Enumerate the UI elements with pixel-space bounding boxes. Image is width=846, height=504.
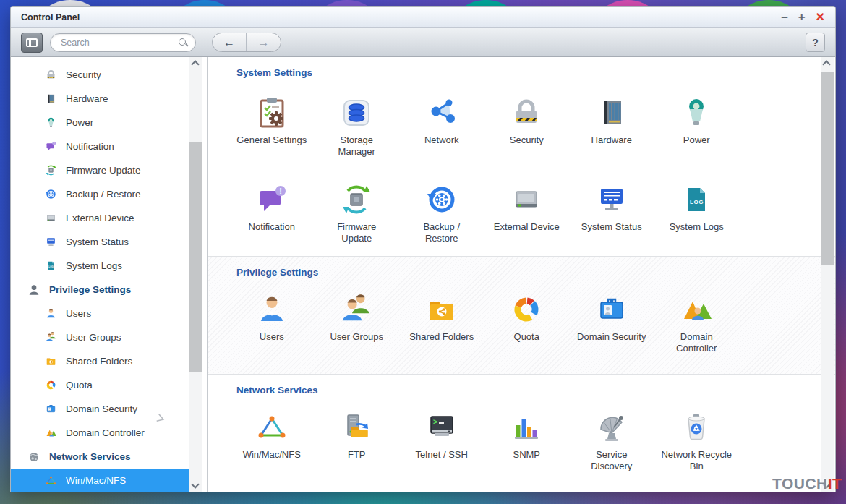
quota-donut-icon [509,292,544,327]
ftp-icon [339,410,374,445]
tile-service-discovery[interactable]: Service Discovery [569,410,654,472]
globe-icon [27,450,40,464]
sidebar: Security Hardware Power Notification Fir… [11,57,208,492]
badge-icon [594,292,629,327]
sidebar-item-backup-restore[interactable]: Backup / Restore [11,182,207,206]
main-content: System Settings General Settings Storage… [208,57,835,492]
search-input[interactable] [61,38,178,48]
search-box[interactable] [50,33,196,52]
panel-layout-icon [26,38,38,47]
recycle-bin-icon [679,410,714,445]
sidebar-item-notification[interactable]: Notification [11,134,207,158]
scroll-up-icon[interactable] [822,60,830,68]
shared-folder-icon [45,355,57,367]
tile-notification[interactable]: Notification [229,182,315,244]
lock-icon [509,95,544,130]
tile-users[interactable]: Users [229,292,315,354]
system-logs-icon [679,182,714,217]
history-nav: ← → [212,33,281,52]
section-network-services: Network Services Win/Mac/NFS FTP Telnet … [208,374,835,492]
tile-user-groups[interactable]: User Groups [315,292,400,354]
main-scrollbar-thumb[interactable] [821,72,834,265]
tile-network[interactable]: Network [399,95,484,158]
hardware-icon [594,95,629,130]
sidebar-section-network-services[interactable]: Network Services [11,445,207,469]
mouse-cursor [155,413,167,424]
win-mac-nfs-icon [255,410,289,445]
person-icon [27,283,40,296]
sidebar-toggle-button[interactable] [21,33,43,53]
system-logs-icon [45,260,57,272]
sidebar-item-system-status[interactable]: System Status [11,230,207,254]
user-icon [45,307,57,320]
shared-folder-icon [424,292,459,327]
tile-domain-security[interactable]: Domain Security [569,292,654,354]
sidebar-scrollbar-thumb[interactable] [189,142,202,372]
tile-general-settings[interactable]: General Settings [229,95,315,158]
sidebar-item-user-groups[interactable]: User Groups [11,325,207,349]
tile-network-recycle-bin[interactable]: Network Recycle Bin [654,410,740,472]
sidebar-item-external-device[interactable]: External Device [11,206,207,230]
quota-donut-icon [45,379,57,391]
main-scrollbar[interactable] [821,57,834,492]
scroll-down-icon[interactable] [191,480,199,488]
close-button[interactable]: ✕ [816,12,825,23]
sidebar-item-power[interactable]: Power [11,111,207,134]
tile-domain-controller[interactable]: Domain Controller [654,292,740,354]
tile-external-device[interactable]: External Device [484,182,570,244]
section-privilege-settings: Privilege Settings Users User Groups Sha… [208,256,835,374]
tile-system-logs[interactable]: System Logs [654,182,740,244]
sidebar-item-system-logs[interactable]: System Logs [11,254,207,278]
scroll-up-icon[interactable] [191,60,199,68]
domain-controller-icon [679,292,714,327]
tile-firmware-update[interactable]: Firmware Update [315,182,400,244]
hardware-icon [45,93,57,105]
back-button[interactable]: ← [213,33,247,51]
sidebar-item-quota[interactable]: Quota [11,373,207,397]
sidebar-list: Security Hardware Power Notification Fir… [11,57,207,492]
external-device-icon [509,182,544,217]
section-title: Privilege Settings [236,267,806,278]
system-status-icon [594,182,629,217]
tile-snmp[interactable]: SNMP [484,410,570,472]
sidebar-item-domain-security[interactable]: Domain Security [11,397,207,421]
sidebar-item-firmware-update[interactable]: Firmware Update [11,158,207,182]
tile-win-mac-nfs[interactable]: Win/Mac/NFS [229,410,315,472]
titlebar[interactable]: Control Panel – + ✕ [11,7,835,28]
storage-manager-icon [339,95,374,130]
maximize-button[interactable]: + [798,11,806,23]
minimize-button[interactable]: – [781,11,787,23]
terminal-icon [424,410,459,445]
section-system-settings: System Settings General Settings Storage… [208,57,835,256]
backup-restore-icon [424,182,459,217]
tile-backup-restore[interactable]: Backup / Restore [399,182,484,244]
tile-shared-folders[interactable]: Shared Folders [399,292,484,354]
tile-system-status[interactable]: System Status [569,182,654,244]
help-button[interactable]: ? [806,33,825,52]
sidebar-item-shared-folders[interactable]: Shared Folders [11,349,207,373]
system-status-icon [45,236,57,248]
forward-button[interactable]: → [247,33,281,51]
win-mac-nfs-icon [45,474,57,487]
sidebar-section-privilege-settings[interactable]: Privilege Settings [11,278,207,302]
tile-hardware[interactable]: Hardware [569,95,654,158]
user-groups-icon [45,331,57,343]
sidebar-item-users[interactable]: Users [11,302,207,325]
window-title: Control Panel [21,12,80,22]
tile-ftp[interactable]: FTP [315,410,400,472]
sidebar-item-domain-controller[interactable]: Domain Controller [11,421,207,445]
sidebar-item-security[interactable]: Security [11,63,207,87]
user-icon [255,292,289,327]
badge-icon [45,403,57,415]
sidebar-item-hardware[interactable]: Hardware [11,87,207,111]
tile-power[interactable]: Power [654,95,740,158]
sidebar-item-win-mac-nfs[interactable]: Win/Mac/NFS [11,469,189,492]
tile-storage-manager[interactable]: Storage Manager [315,95,400,158]
control-panel-window: Control Panel – + ✕ ← → ? Security Hardw… [10,6,836,492]
sidebar-scrollbar[interactable] [189,57,202,492]
tile-telnet-ssh[interactable]: Telnet / SSH [399,410,484,472]
desktop: { "window": { "title": "Control Panel", … [0,0,846,504]
tile-quota[interactable]: Quota [484,292,570,354]
toolbar: ← → ? [11,28,835,57]
tile-security[interactable]: Security [484,95,570,158]
